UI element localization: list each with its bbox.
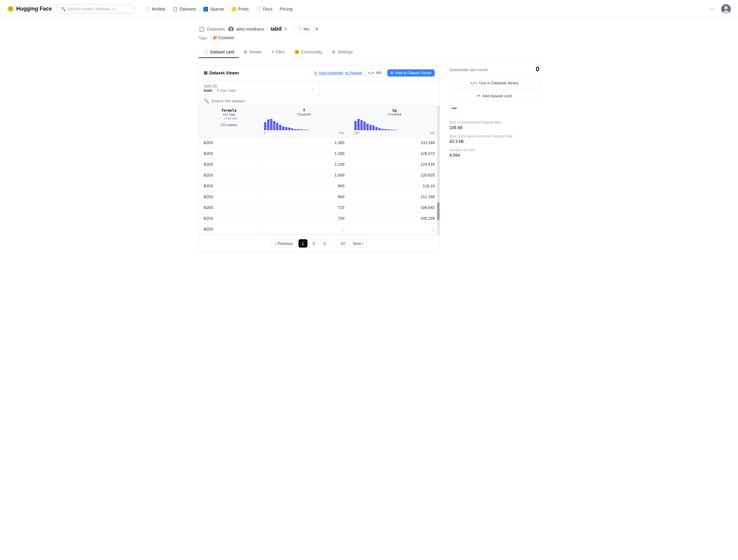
nav-link-models[interactable]: 📄 Models	[142, 5, 168, 13]
api-button[interactable]: </> API	[365, 69, 385, 77]
settings-icon: ⚙	[332, 49, 336, 54]
nav-link-posts[interactable]: 🟡 Posts	[228, 5, 252, 13]
brand-logo[interactable]: 🤗 Hugging Face	[7, 6, 52, 12]
split-selector[interactable]: Split (3) train · 3.21k rows ⌄	[199, 81, 319, 96]
tab-dataset-card-label: Dataset card	[210, 49, 234, 54]
page-num-3[interactable]: 3	[320, 239, 329, 248]
bar-segment	[381, 129, 384, 130]
col-name-T: T	[264, 108, 344, 112]
use-in-library-button[interactable]: </> Use in Datasets library	[449, 78, 539, 88]
bar-segment	[300, 129, 302, 130]
scroll-thumb[interactable]	[437, 202, 439, 220]
page-num-33[interactable]: 33	[338, 239, 347, 248]
docs-icon: 📄	[256, 7, 261, 11]
side-meta: Size of downloaded dataset files: 106 kB…	[449, 120, 539, 158]
page-num-1[interactable]: 1	[299, 239, 308, 248]
add-dataset-card-label: Add dataset card	[482, 94, 511, 98]
card-title-text: Dataset Viewer	[210, 70, 239, 75]
data-table: formula string · classes 171 values T	[199, 106, 439, 235]
breadcrumb-user[interactable]: aitor-medrano	[236, 26, 264, 31]
bar-segment	[366, 123, 369, 130]
nav-link-spaces[interactable]: 🟦 Spaces	[200, 5, 227, 13]
td-Cp: 111.169	[349, 192, 439, 202]
bar-segment	[357, 119, 360, 130]
bar-segment	[369, 125, 372, 130]
tab-settings[interactable]: ⚙ Settings	[327, 46, 358, 58]
nav-link-pricing[interactable]: Pricing	[277, 5, 296, 13]
search-placeholder: Search models, datasets, u...	[67, 7, 118, 11]
croissant-icon: 🥐	[213, 36, 217, 40]
table-row: B2031,000120.625	[199, 170, 439, 181]
more-options-button[interactable]: •••	[449, 103, 459, 113]
code-icon: </>	[368, 71, 374, 75]
td-Cp: 124.516	[349, 159, 439, 170]
user-avatar[interactable]	[721, 4, 731, 14]
breadcrumb-prefix: Datasets:	[207, 26, 226, 31]
size-parquet-label: Size of the auto-converted Parquet files…	[449, 134, 539, 138]
search-bar[interactable]: 🔍 Search models, datasets, u...	[57, 4, 135, 13]
scroll-indicator[interactable]	[437, 106, 439, 235]
tab-dataset-card[interactable]: 📄 Dataset card	[199, 46, 239, 58]
svg-point-4	[230, 27, 232, 29]
page-num-2[interactable]: 2	[309, 239, 318, 248]
side-panel: Downloads last month 0 </> Use in Datase…	[449, 65, 539, 252]
table-row: B203800111.169	[199, 192, 439, 202]
nav-link-datasets[interactable]: 📋 Datasets	[169, 5, 199, 13]
table-row: B2031,100124.516	[199, 159, 439, 170]
Cp-range: 19.7 341	[354, 131, 435, 135]
auto-converted-suffix: to Parquet	[346, 71, 362, 75]
copy-icon[interactable]: ⧉	[284, 26, 287, 31]
card-header: ⊞ Dataset Viewer ↻ Auto-converted to Par…	[199, 65, 439, 81]
viewer-icon: ⊞	[244, 49, 247, 54]
tab-viewer[interactable]: ⊞ Viewer	[239, 46, 267, 58]
ellipsis-icon: •••	[452, 106, 457, 111]
bar-segment	[264, 122, 266, 130]
td-formula: B203	[199, 192, 259, 202]
num-rows-label: Number of rows:	[449, 148, 539, 152]
bar-segment	[354, 121, 357, 130]
chevron-down-icon: ⌄	[310, 85, 314, 91]
downloads-value: 0	[536, 65, 539, 73]
next-button[interactable]: Next ›	[349, 240, 367, 248]
td-T: 1,000	[259, 170, 349, 181]
search-row: 🔍	[199, 96, 439, 106]
pencil-icon: ✏	[477, 94, 480, 98]
bar-segment	[306, 129, 308, 130]
previous-button[interactable]: ‹ Previous	[271, 240, 297, 248]
td-T: 900	[259, 181, 349, 192]
td-T: 1,200	[259, 148, 349, 159]
table-scroll-wrapper: formula string · classes 171 values T	[199, 106, 439, 235]
tab-files[interactable]: ≡ Files	[267, 46, 290, 58]
files-icon: ≡	[272, 49, 274, 54]
td-Cp: 120.625	[349, 170, 439, 181]
like-button[interactable]: ♡ like	[294, 25, 314, 33]
tag-name: Croissant	[219, 36, 234, 40]
search-icon: 🔍	[204, 98, 209, 103]
like-count: 0	[316, 27, 318, 31]
nav-more-button[interactable]: ⋯	[707, 5, 716, 13]
td-formula: B203	[199, 213, 259, 224]
bar-segment	[288, 127, 290, 130]
auto-converted-prefix: Auto-converted	[319, 71, 343, 75]
page-ellipsis: ...	[331, 241, 337, 246]
previous-label: Previous	[278, 241, 293, 246]
split-value: train	[204, 88, 212, 93]
nav-link-docs[interactable]: 📄 Docs	[253, 5, 275, 13]
bar-segment	[276, 123, 278, 130]
bar-segment	[375, 127, 378, 130]
models-icon: 📄	[145, 7, 150, 11]
auto-converted-link[interactable]: ↻ Auto-converted to Parquet	[314, 71, 362, 75]
size-parquet-value: 43.3 kB	[449, 139, 539, 144]
croissant-tag[interactable]: 🥐 Croissant	[210, 35, 236, 40]
tab-files-label: Files	[276, 49, 285, 54]
dataset-search-input[interactable]	[211, 99, 435, 103]
api-label: API	[376, 71, 382, 75]
td-formula: B203	[199, 181, 259, 192]
bar-segment	[393, 129, 396, 130]
view-in-dataset-viewer-button[interactable]: ⊞ View in Dataset Viewer	[387, 69, 435, 76]
td-T: 800	[259, 192, 349, 202]
external-link-icon: ⊞	[390, 71, 393, 75]
tab-community[interactable]: 🤗 Community	[290, 46, 327, 58]
bar-segment	[291, 128, 293, 130]
add-dataset-card-button[interactable]: ✏ Add dataset card	[449, 91, 539, 101]
